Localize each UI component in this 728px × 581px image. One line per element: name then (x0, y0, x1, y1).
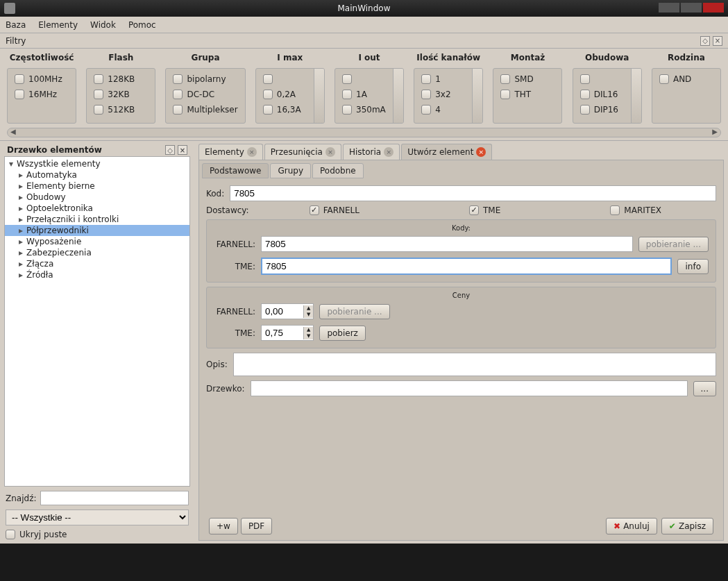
menubar: Baza Elementy Widok Pomoc (0, 17, 728, 33)
tree-item[interactable]: ▸Automatyka (5, 169, 189, 180)
tme-kod-label: TME: (214, 262, 255, 271)
close-icon[interactable]: × (384, 147, 393, 157)
chk-and[interactable]: AND (659, 74, 713, 84)
filter-col-imax: I max 0,2A 16,3A ˄ ˅ (255, 53, 325, 124)
zapisz-button[interactable]: ✔Zapisz (661, 518, 713, 534)
chk-32kb[interactable]: 32KB (94, 90, 148, 99)
chk-bipolarny[interactable]: bipolarny (173, 74, 237, 84)
chk-02a[interactable]: 0,2A (263, 90, 317, 99)
filter-col-kanaly: Ilość kanałów 1 3x2 4 ˄ ˅ (414, 53, 483, 124)
maximize-button[interactable] (681, 3, 702, 12)
chk-imax-blank[interactable] (263, 74, 317, 84)
chk-512kb[interactable]: 512KB (94, 105, 148, 115)
tab-elementy[interactable]: Elementy× (198, 144, 263, 160)
chevron-up-icon[interactable]: ˄ (478, 70, 482, 76)
tab-historia[interactable]: Historia× (343, 144, 400, 160)
minimize-button[interactable] (659, 3, 679, 12)
tme-price-fetch-button[interactable]: pobierz (319, 326, 366, 341)
chk-100mhz[interactable]: 100MHz (15, 74, 69, 84)
drzewko-input[interactable] (251, 380, 688, 396)
tree-item[interactable]: ▸Zabezpieczenia (5, 247, 189, 258)
filters-hscroll[interactable] (7, 128, 721, 137)
dock-close-icon[interactable]: × (713, 36, 722, 46)
chk-128kb[interactable]: 128KB (94, 74, 148, 84)
close-icon[interactable]: × (476, 147, 486, 157)
chk-obudowa-blank[interactable] (580, 74, 634, 84)
tree-item[interactable]: ▸Optoelektronika (5, 203, 189, 214)
chk-dip16[interactable]: DIP16 (580, 105, 634, 115)
chk-farnell[interactable]: FARNELL (310, 205, 359, 215)
farnell-price-spinner[interactable]: ▲▼ (261, 303, 314, 319)
filter-col-flash: Flash 128KB 32KB 512KB (86, 53, 155, 124)
chevron-down-icon[interactable]: ˅ (399, 116, 403, 121)
chk-1a[interactable]: 1A (342, 90, 396, 99)
farnell-price-fetch-button[interactable]: pobieranie ... (319, 304, 389, 319)
opis-input[interactable] (233, 353, 716, 376)
filter-col-freq: Częstotliwość 100MHz 16MHz (7, 53, 76, 124)
subtab-grupy[interactable]: Grupy (270, 163, 311, 178)
kod-input[interactable] (230, 185, 716, 201)
chk-iout-blank[interactable] (342, 74, 396, 84)
subtab-podstawowe[interactable]: Podstawowe (202, 163, 269, 178)
main-tabs: Elementy× Przesunięcia× Historia× Utwórz… (198, 144, 724, 160)
pdf-button[interactable]: PDF (241, 518, 272, 534)
tab-przesuniecia[interactable]: Przesunięcia× (264, 144, 341, 160)
chk-3x2[interactable]: 3x2 (421, 90, 475, 99)
chk-tht[interactable]: THT (500, 90, 555, 99)
tree-dock-restore-icon[interactable]: ◇ (165, 145, 175, 155)
anuluj-button[interactable]: ✖Anuluj (606, 518, 657, 534)
chevron-up-icon[interactable]: ˄ (399, 70, 403, 76)
farnell-fetch-button[interactable]: pobieranie ... (638, 237, 709, 252)
filter-col-rodzina: Rodzina AND (652, 53, 721, 124)
filter-col-iout: I out 1A 350mA ˄ ˅ (335, 53, 404, 124)
tree-item-selected[interactable]: ▸Półprzewodniki (5, 225, 189, 236)
find-input[interactable] (40, 491, 189, 505)
tree-root[interactable]: ▾Wszystkie elementy (5, 158, 189, 169)
plusw-button[interactable]: +w (209, 518, 238, 534)
menu-pomoc[interactable]: Pomoc (128, 20, 156, 30)
chk-multiplekser[interactable]: Multiplekser (173, 105, 237, 115)
chk-tme[interactable]: TME (469, 205, 500, 215)
chk-16mhz[interactable]: 16MHz (15, 90, 69, 99)
chk-dil16[interactable]: DIL16 (580, 90, 634, 99)
chk-maritex[interactable]: MARITEX (610, 205, 661, 215)
chk-4ch[interactable]: 4 (421, 105, 475, 115)
dock-restore-icon[interactable]: ◇ (700, 36, 710, 46)
tree-item[interactable]: ▸Źródła (5, 269, 189, 280)
chk-163a[interactable]: 16,3A (263, 105, 317, 115)
chevron-down-icon[interactable]: ˅ (478, 116, 482, 121)
chk-350ma[interactable]: 350mA (342, 105, 396, 115)
tree-filter-select[interactable]: -- Wszystkie -- (6, 510, 189, 525)
tree-item[interactable]: ▸Przełączniki i kontrolki (5, 214, 189, 225)
menu-baza[interactable]: Baza (6, 20, 26, 30)
chevron-down-icon[interactable]: ˅ (636, 116, 640, 121)
tree-item[interactable]: ▸Obudowy (5, 192, 189, 203)
filters-panel: Częstotliwość 100MHz 16MHz Flash 128KB 3… (0, 49, 728, 141)
tab-utworz-element[interactable]: Utwórz element× (401, 144, 492, 160)
filter-col-grupa: Grupa bipolarny DC-DC Multiplekser (165, 53, 245, 124)
close-button[interactable] (703, 3, 724, 12)
drzewko-browse-button[interactable]: ... (693, 381, 716, 396)
tree-dock-close-icon[interactable]: × (178, 145, 187, 155)
chevron-up-icon[interactable]: ˄ (319, 70, 323, 76)
cancel-icon: ✖ (613, 521, 620, 531)
tree-item[interactable]: ▸Elementy bierne (5, 180, 189, 192)
close-icon[interactable]: × (247, 147, 257, 157)
tree-listbox[interactable]: ▾Wszystkie elementy ▸Automatyka ▸Element… (4, 156, 190, 487)
menu-widok[interactable]: Widok (90, 20, 116, 30)
tme-kod-input[interactable] (261, 258, 672, 275)
tree-item[interactable]: ▸Wyposażenie (5, 236, 189, 247)
chevron-up-icon[interactable]: ˄ (636, 70, 640, 76)
chk-dcdc[interactable]: DC-DC (173, 90, 237, 99)
subtab-podobne[interactable]: Podobne (312, 163, 364, 178)
farnell-kod-input[interactable] (261, 236, 633, 252)
menu-elementy[interactable]: Elementy (38, 20, 78, 30)
tme-price-spinner[interactable]: ▲▼ (261, 325, 314, 341)
chevron-down-icon[interactable]: ˅ (319, 116, 323, 121)
tree-item[interactable]: ▸Złącza (5, 258, 189, 269)
tme-info-button[interactable]: info (677, 259, 709, 274)
close-icon[interactable]: × (325, 147, 335, 157)
chk-hide-empty[interactable]: Ukryj puste (6, 530, 67, 539)
chk-1ch[interactable]: 1 (421, 74, 475, 84)
chk-smd[interactable]: SMD (500, 74, 555, 84)
